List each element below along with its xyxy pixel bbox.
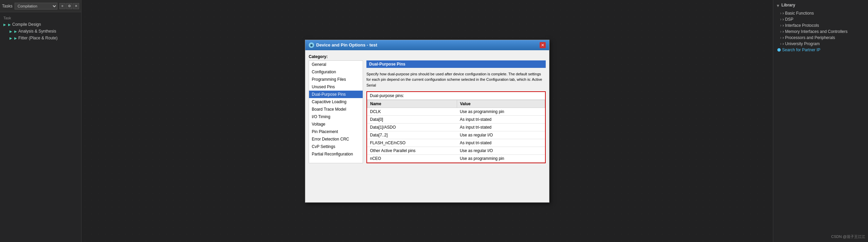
- table-row[interactable]: Data[7..2]Use as regular I/O: [367, 131, 545, 139]
- library-item-processors-and-peripherals[interactable]: › Processors and Peripherals: [776, 35, 865, 41]
- tasks-bar: Tasks Compilation ≡ ⚙ ✕: [0, 0, 81, 12]
- table-row[interactable]: Data[0]As input tri-stated: [367, 116, 545, 124]
- pins-table-container: Dual-purpose pins: Name Value DCLKUse as…: [366, 91, 546, 163]
- tasks-dropdown[interactable]: Compilation: [15, 3, 57, 10]
- content-panel: Dual-Purpose Pins Specify how dual-purpo…: [366, 60, 546, 164]
- tasks-close-icon[interactable]: ✕: [73, 3, 79, 9]
- library-item-dsp[interactable]: › DSP: [776, 16, 865, 22]
- fitter-arrow: ▶: [10, 36, 12, 40]
- analysis-arrow: ▶: [10, 30, 12, 33]
- table-row[interactable]: Data[1]/ASDOAs input tri-stated: [367, 124, 545, 131]
- compile-design-play: ▶: [8, 23, 11, 26]
- category-item-cvp-settings[interactable]: CvP Settings: [309, 143, 363, 150]
- task-column-label: Task: [3, 16, 11, 20]
- pin-value-cell: Use as regular I/O: [457, 147, 545, 155]
- category-item-dual-purpose-pins[interactable]: Dual-Purpose Pins: [309, 91, 363, 98]
- analysis-play: ▶: [14, 30, 17, 33]
- category-item-i/o-timing[interactable]: I/O Timing: [309, 113, 363, 120]
- watermark: CSDN @混子王江江: [831, 234, 865, 239]
- right-panel: ▼ Library › Basic Functions› DSP› Interf…: [773, 0, 868, 242]
- search-partner-ip[interactable]: Search for Partner IP: [776, 47, 865, 53]
- dialog-close-button[interactable]: ✕: [540, 42, 546, 48]
- col-value-header: Value: [457, 100, 545, 108]
- category-item-board-trace-model[interactable]: Board Trace Model: [309, 106, 363, 113]
- library-items: › Basic Functions› DSP› Interface Protoc…: [776, 10, 865, 47]
- device-pin-options-dialog: ◉ Device and Pin Options - test ✕ Catego…: [305, 40, 549, 203]
- task-list: Task ▶ ▶ Compile Design ▶ ▶ Analysis & S…: [0, 12, 81, 44]
- table-row[interactable]: nCEOUse as programming pin: [367, 155, 545, 163]
- task-fitter[interactable]: ▶ ▶ Fitter (Place & Route): [1, 35, 80, 41]
- pin-name-cell: Other Active Parallel pins: [367, 147, 457, 155]
- fitter-play: ▶: [14, 36, 17, 40]
- category-item-programming-files[interactable]: Programming Files: [309, 76, 363, 83]
- pin-name-cell: Data[7..2]: [367, 131, 457, 139]
- library-item-interface-protocols[interactable]: › Interface Protocols: [776, 22, 865, 29]
- category-item-configuration[interactable]: Configuration: [309, 68, 363, 76]
- pin-name-cell: nCEO: [367, 155, 457, 163]
- pin-name-cell: FLASH_nCE/nCSO: [367, 139, 457, 147]
- task-label-row: Task: [1, 15, 80, 21]
- category-label: Category:: [309, 54, 328, 59]
- table-title: Dual-purpose pins:: [367, 92, 545, 100]
- dialog-titlebar: ◉ Device and Pin Options - test ✕: [305, 40, 549, 50]
- category-item-capacitive-loading[interactable]: Capacitive Loading: [309, 98, 363, 106]
- dialog-title-left: ◉ Device and Pin Options - test: [309, 42, 377, 48]
- library-item-memory-interfaces-and-controllers[interactable]: › Memory Interfaces and Controllers: [776, 29, 865, 35]
- col-name-header: Name: [367, 100, 457, 108]
- pin-value-cell: As input tri-stated: [457, 116, 545, 124]
- description-text: Specify how dual-purpose pins should be …: [366, 71, 546, 89]
- category-list: GeneralConfigurationProgramming FilesUnu…: [309, 60, 363, 164]
- fitter-label: Fitter (Place & Route): [18, 36, 57, 40]
- search-dot-icon: [777, 48, 781, 52]
- table-row[interactable]: DCLKUse as programming pin: [367, 108, 545, 116]
- library-item-basic-functions[interactable]: › Basic Functions: [776, 10, 865, 16]
- pin-name-cell: Data[1]/ASDO: [367, 124, 457, 131]
- tasks-menu-icon[interactable]: ≡: [59, 3, 66, 9]
- category-item-pin-placement[interactable]: Pin Placement: [309, 128, 363, 135]
- pins-table: Name Value DCLKUse as programming pinDat…: [367, 100, 545, 163]
- compile-design-label: Compile Design: [12, 22, 41, 27]
- task-analysis-synthesis[interactable]: ▶ ▶ Analysis & Synthesis: [1, 28, 80, 35]
- task-compile-design[interactable]: ▶ ▶ Compile Design: [1, 21, 80, 28]
- category-item-error-detection-crc[interactable]: Error Detection CRC: [309, 135, 363, 143]
- tasks-label: Tasks: [2, 4, 13, 8]
- dialog-app-icon: ◉: [309, 42, 314, 48]
- tasks-icons: ≡ ⚙ ✕: [59, 3, 79, 9]
- pin-value-cell: Use as programming pin: [457, 108, 545, 116]
- dialog-title-text: Device and Pin Options - test: [316, 42, 377, 48]
- pin-value-cell: As input tri-stated: [457, 124, 545, 131]
- compile-design-arrow: ▶: [3, 23, 6, 26]
- table-row[interactable]: Other Active Parallel pinsUse as regular…: [367, 147, 545, 155]
- category-item-unused-pins[interactable]: Unused Pins: [309, 83, 363, 91]
- dialog-content-area: GeneralConfigurationProgramming FilesUnu…: [305, 50, 549, 167]
- table-row[interactable]: FLASH_nCE/nCSOAs input tri-stated: [367, 139, 545, 147]
- modal-overlay: ◉ Device and Pin Options - test ✕ Catego…: [82, 0, 773, 242]
- pin-value-cell: Use as programming pin: [457, 155, 545, 163]
- library-item-university-program[interactable]: › University Program: [776, 41, 865, 47]
- section-header: Dual-Purpose Pins: [366, 60, 546, 68]
- category-item-voltage[interactable]: Voltage: [309, 120, 363, 128]
- pin-name-cell: Data[0]: [367, 116, 457, 124]
- pin-value-cell: Use as regular I/O: [457, 131, 545, 139]
- library-title: Library: [781, 3, 795, 7]
- pin-value-cell: As input tri-stated: [457, 139, 545, 147]
- category-item-partial-reconfiguration[interactable]: Partial Reconfiguration: [309, 150, 363, 158]
- analysis-synthesis-label: Analysis & Synthesis: [18, 29, 56, 34]
- search-partner-label: Search for Partner IP: [782, 48, 820, 52]
- left-panel: Tasks Compilation ≡ ⚙ ✕ Task ▶ ▶ Compile…: [0, 0, 82, 242]
- tasks-settings-icon[interactable]: ⚙: [66, 3, 72, 9]
- category-item-general[interactable]: General: [309, 61, 363, 68]
- pin-name-cell: DCLK: [367, 108, 457, 116]
